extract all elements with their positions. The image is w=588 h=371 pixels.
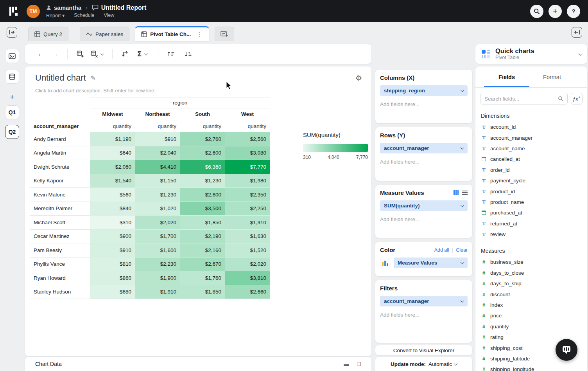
search-button[interactable] — [530, 5, 543, 18]
query-page-q1[interactable]: Q1 — [5, 105, 19, 119]
tab-paper-sales[interactable]: 2 Paper sales — [80, 27, 129, 41]
heatmap-cell[interactable]: $2,600 — [180, 188, 225, 202]
rows-field-pill[interactable]: account_manager — [380, 143, 468, 153]
tab-fields[interactable]: Fields — [484, 67, 529, 87]
columns-field-pill[interactable]: shipping_region — [380, 85, 468, 96]
heatmap-cell[interactable]: $1,540 — [90, 174, 135, 188]
heatmap-cell[interactable]: $2,190 — [180, 229, 225, 243]
add-page-button[interactable]: + — [5, 91, 19, 103]
heatmap-cell[interactable]: $1,980 — [225, 174, 270, 188]
heatmap-cell[interactable]: $910 — [90, 243, 135, 258]
field-item-product_name[interactable]: Tproduct_name — [481, 197, 582, 207]
user-avatar[interactable]: TM — [27, 5, 40, 18]
heatmap-cell[interactable]: $680 — [90, 285, 135, 299]
add-button[interactable]: + — [549, 5, 562, 18]
chart-data-bar[interactable]: Chart Data ▬ ❒ — [25, 357, 371, 371]
row-label[interactable]: Kelly Kapoor — [30, 174, 90, 188]
field-item-days_to_ship[interactable]: #days_to_ship — [481, 278, 582, 289]
heatmap-cell[interactable]: $2,760 — [180, 132, 225, 146]
heatmap-cell[interactable]: $2,670 — [180, 257, 225, 271]
column-layout-icon[interactable] — [454, 190, 459, 195]
transpose-button[interactable] — [118, 47, 132, 61]
heatmap-cell[interactable]: $910 — [135, 132, 180, 146]
menu-schedule[interactable]: Schedule — [74, 13, 94, 18]
heatmap-cell[interactable]: $1,630 — [225, 229, 270, 243]
column-header[interactable]: Northeast — [135, 108, 180, 120]
heatmap-cell[interactable]: $1,900 — [135, 271, 180, 285]
sort-descending-button[interactable] — [181, 47, 195, 61]
field-item-cancelled_at[interactable]: cancelled_at — [481, 154, 582, 164]
add-chart-tab[interactable] — [215, 27, 234, 41]
breadcrumb-username[interactable]: samantha — [54, 4, 81, 11]
color-field-pill[interactable]: Measure Values — [394, 258, 468, 268]
columns-drop-placeholder[interactable]: Add fields here... — [380, 101, 468, 107]
heatmap-cell[interactable]: $4,410 — [135, 160, 180, 174]
heatmap-cell[interactable]: $1,850 — [180, 285, 225, 299]
heatmap-cell[interactable]: $2,350 — [225, 188, 270, 202]
breadcrumb-report-title[interactable]: Untitled Report — [101, 4, 147, 11]
add-pivot-field-button[interactable] — [73, 47, 87, 61]
add-calculated-field-button[interactable]: ƒx+ — [571, 93, 583, 104]
field-item-review[interactable]: Treview — [481, 229, 582, 240]
heatmap-cell[interactable]: $1,910 — [135, 285, 180, 299]
row-label[interactable]: Michael Scott — [30, 216, 90, 230]
menu-view[interactable]: View — [104, 13, 114, 18]
heatmap-cell[interactable]: $2,020 — [225, 257, 270, 271]
tab-format[interactable]: Format — [529, 67, 575, 87]
heatmap-cell[interactable]: $1,760 — [180, 271, 225, 285]
row-dimension-label[interactable]: account_manager — [30, 120, 90, 132]
update-mode-select[interactable]: Automatic — [428, 361, 457, 367]
tab-query-2[interactable]: Query 2 — [28, 27, 68, 41]
field-item-returned_at[interactable]: Treturned_at — [481, 218, 582, 229]
row-label[interactable]: Phyllis Vance — [30, 257, 90, 271]
chart-settings-gear-icon[interactable]: ⚙ — [355, 74, 362, 82]
heatmap-cell[interactable]: $7,770 — [225, 160, 270, 174]
row-label[interactable]: Meredith Palmer — [30, 202, 90, 216]
tab-pivot-table-chart[interactable]: Pivot Table Ch... ⋮ — [135, 26, 209, 41]
chart-description-placeholder[interactable]: Click to add chart description. Shift-en… — [35, 88, 156, 94]
convert-to-visual-explorer-button[interactable]: Convert to Visual Explorer — [375, 345, 472, 355]
heatmap-cell[interactable]: $2,020 — [135, 216, 180, 230]
field-item-days_to_close[interactable]: #days_to_close — [481, 268, 582, 278]
left-panel-toggle-icon[interactable] — [7, 27, 17, 38]
field-item-account_name[interactable]: Taccount_name — [481, 143, 582, 154]
heatmap-cell[interactable]: $2,060 — [90, 160, 135, 174]
heatmap-cell[interactable]: $640 — [90, 146, 135, 160]
row-label[interactable]: Dwight Schrute — [30, 160, 90, 174]
menu-report[interactable]: Report ▾ — [46, 13, 65, 18]
row-label[interactable]: Andy Bernard — [30, 132, 90, 146]
heatmap-cell[interactable]: $860 — [90, 271, 135, 285]
heatmap-cell[interactable]: $3,810 — [225, 271, 270, 285]
filter-field-pill[interactable]: account_manager — [380, 296, 468, 306]
measure-field-pill[interactable]: SUM(quantity) — [380, 200, 468, 211]
heatmap-cell[interactable]: $1,520 — [225, 243, 270, 258]
edit-title-pencil-icon[interactable]: ✎ — [91, 74, 96, 82]
heatmap-cell[interactable]: $3,080 — [225, 146, 270, 160]
heatmap-cell[interactable]: $560 — [90, 188, 135, 202]
heatmap-cell[interactable]: $2,660 — [225, 285, 270, 299]
minimize-icon[interactable]: ▬ — [344, 361, 349, 367]
right-panel-toggle-icon[interactable] — [572, 27, 582, 38]
sort-ascending-button[interactable] — [164, 47, 178, 61]
rows-drop-placeholder[interactable]: Add fields here... — [380, 159, 468, 165]
heatmap-cell[interactable]: $3,500 — [180, 202, 225, 216]
heatmap-cell[interactable]: $1,910 — [225, 216, 270, 230]
tab-options-kebab-icon[interactable]: ⋮ — [195, 31, 203, 38]
field-item-price[interactable]: #price — [481, 310, 582, 321]
row-label[interactable]: Stanley Hudson — [30, 285, 90, 299]
heatmap-cell[interactable]: $310 — [90, 216, 135, 230]
row-label[interactable]: Oscar Martinez — [30, 229, 90, 243]
heatmap-cell[interactable]: $810 — [90, 257, 135, 271]
list-layout-icon[interactable] — [462, 191, 468, 195]
undo-button[interactable]: ← — [34, 47, 48, 61]
remove-pivot-field-button[interactable] — [87, 47, 107, 61]
add-all-link[interactable]: Add all — [434, 247, 449, 253]
field-item-discount[interactable]: #discount — [481, 289, 582, 299]
aggregate-button[interactable]: Σ — [132, 47, 152, 61]
heatmap-cell[interactable]: $2,560 — [225, 132, 270, 146]
heatmap-cell[interactable]: $1,700 — [135, 229, 180, 243]
field-item-shipping_longitude[interactable]: #shipping_longitude — [481, 364, 582, 371]
heatmap-cell[interactable]: $2,250 — [225, 202, 270, 216]
chart-title[interactable]: Untitled chart — [35, 73, 86, 83]
row-label[interactable]: Kevin Malone — [30, 188, 90, 202]
